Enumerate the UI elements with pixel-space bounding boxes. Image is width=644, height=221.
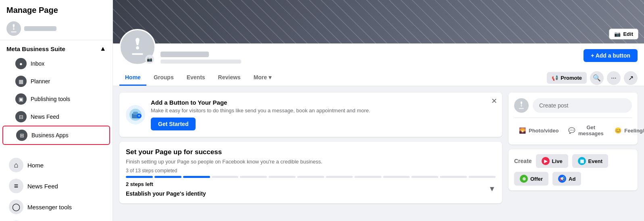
- progress-seg-6: [269, 176, 296, 178]
- meta-business-suite-section: Meta Business Suite ▲ ● Inbox ▦ Planner …: [0, 40, 113, 147]
- steps-progress: 3 of 13 steps completed: [126, 168, 496, 173]
- planner-icon: ▦: [15, 76, 27, 87]
- live-label: Live: [552, 158, 563, 164]
- svg-text:+: +: [138, 114, 140, 118]
- share-button[interactable]: ↗: [624, 71, 638, 85]
- messenger-icon: ◯: [9, 200, 23, 214]
- tab-home[interactable]: Home: [119, 70, 146, 86]
- success-card-footer: 2 steps left Establish your Page's ident…: [126, 181, 496, 197]
- messages-icon: 💬: [568, 126, 575, 134]
- cover-edit-button[interactable]: 📷 Edit: [609, 29, 638, 39]
- tab-reviews[interactable]: Reviews: [213, 70, 246, 86]
- tab-groups[interactable]: Groups: [148, 70, 179, 86]
- progress-seg-1: [126, 176, 153, 178]
- sidebar-header: Manage Page: [0, 0, 113, 18]
- create-post-input[interactable]: Create post: [533, 98, 632, 113]
- photo-video-button[interactable]: 🌄 Photo/video: [514, 122, 563, 139]
- inbox-icon: ●: [15, 58, 27, 69]
- sidebar-item-notifications[interactable]: 🔔 Notifications: [2, 217, 110, 221]
- sidebar-title: Manage Page: [6, 6, 106, 15]
- cover-pattern: [113, 0, 644, 43]
- main-content: 📷 Edit 📷 + Add a button Home Groups Even…: [113, 0, 644, 221]
- ad-icon: 📢: [558, 175, 566, 183]
- add-button-cta[interactable]: + Add a button: [584, 49, 638, 62]
- success-card-desc: Finish setting up your Page so people on…: [126, 159, 496, 165]
- ad-label: Ad: [569, 176, 575, 182]
- event-label: Event: [588, 158, 602, 164]
- create-label: Create: [514, 158, 532, 164]
- page-avatar: [6, 21, 21, 36]
- tab-events[interactable]: Events: [181, 70, 211, 86]
- profile-camera-icon[interactable]: 📷: [145, 55, 154, 64]
- progress-seg-4: [212, 176, 239, 178]
- profile-name: [160, 52, 209, 57]
- expand-button[interactable]: ▼: [488, 185, 496, 193]
- progress-seg-5: [240, 176, 267, 178]
- more-options-button[interactable]: ···: [607, 71, 621, 85]
- cover-photo: 📷 Edit: [113, 0, 644, 43]
- dots-icon: ···: [611, 74, 616, 82]
- event-button[interactable]: ▦ Event: [572, 154, 608, 168]
- publishing-tools-icon: ▣: [15, 93, 27, 105]
- success-card: Set your Page up for success Finish sett…: [119, 142, 502, 203]
- home-label: Home: [27, 162, 44, 169]
- create-row: Create ▶ Live ▦ Event ⊕ Offer 📢: [514, 154, 632, 186]
- establish-title: Establish your Page's identity: [126, 190, 488, 197]
- content-left: + Add a Button to Your Page Make it easy…: [119, 93, 502, 215]
- progress-seg-10: [383, 176, 410, 178]
- profile-sub: [160, 60, 241, 64]
- progress-seg-2: [154, 176, 181, 178]
- page-content: + Add a Button to Your Page Make it easy…: [113, 86, 644, 221]
- promote-button[interactable]: 📢 Promote: [547, 72, 587, 84]
- sidebar-item-planner[interactable]: ▦ Planner: [2, 72, 110, 90]
- sidebar-item-home[interactable]: ⌂ Home: [2, 155, 110, 176]
- page-name-blur: [24, 26, 56, 31]
- sidebar-item-news-feed-main[interactable]: ≡ News Feed: [2, 176, 110, 196]
- news-feed-main-label: News Feed: [27, 183, 58, 190]
- search-button[interactable]: 🔍: [590, 71, 604, 85]
- news-feed-icon: ⊟: [15, 111, 27, 122]
- progress-seg-9: [354, 176, 381, 178]
- camera-icon: 📷: [614, 31, 621, 37]
- feeling-button[interactable]: 😊 Feeling/activity: [610, 122, 644, 139]
- progress-seg-11: [411, 176, 438, 178]
- profile-section: 📷 + Add a button: [113, 43, 644, 70]
- chevron-up-icon: ▲: [100, 45, 106, 52]
- sidebar-item-publishing-tools[interactable]: ▣ Publishing tools: [2, 90, 110, 108]
- create-post-avatar: [514, 98, 529, 113]
- business-apps-label: Business Apps: [31, 132, 69, 138]
- live-icon: ▶: [542, 157, 550, 165]
- progress-seg-3: [183, 176, 210, 178]
- tab-more[interactable]: More ▾: [248, 70, 277, 86]
- offer-label: Offer: [530, 176, 543, 182]
- inbox-label: Inbox: [31, 60, 44, 67]
- progress-seg-12: [440, 176, 467, 178]
- progress-seg-8: [326, 176, 353, 178]
- business-apps-icon: ⊞: [16, 130, 27, 141]
- sidebar-item-messenger-tools[interactable]: ◯ Messenger tools: [2, 196, 110, 217]
- home-icon: ⌂: [9, 158, 23, 172]
- sidebar-item-news-feed[interactable]: ⊟ News Feed: [2, 108, 110, 126]
- meta-suite-header[interactable]: Meta Business Suite ▲: [0, 43, 113, 55]
- add-btn-card-desc: Make it easy for visitors to do things l…: [151, 107, 370, 114]
- svg-rect-2: [133, 112, 138, 115]
- sidebar-item-business-apps[interactable]: ⊞ Business Apps: [2, 126, 110, 145]
- get-started-button[interactable]: Get Started: [151, 118, 196, 130]
- offer-button[interactable]: ⊕ Offer: [514, 172, 548, 186]
- ad-button[interactable]: 📢 Ad: [552, 172, 581, 186]
- close-card-button[interactable]: ✕: [491, 97, 497, 105]
- tab-action-buttons: 📢 Promote 🔍 ··· ↗: [547, 71, 638, 85]
- get-messages-button[interactable]: 💬 Get messages: [564, 122, 608, 139]
- add-btn-card-icon: +: [126, 105, 145, 124]
- offer-icon: ⊕: [520, 175, 528, 183]
- photo-video-icon: 🌄: [518, 126, 526, 134]
- success-card-title: Set your Page up for success: [126, 148, 496, 156]
- sidebar-item-inbox[interactable]: ● Inbox: [2, 55, 110, 72]
- profile-avatar-wrap: 📷: [119, 29, 156, 65]
- create-post-header: Create post: [514, 98, 632, 113]
- page-tabs: Home Groups Events Reviews More ▾ 📢 Prom…: [113, 70, 644, 86]
- add-button-card: + Add a Button to Your Page Make it easy…: [119, 93, 502, 137]
- live-button[interactable]: ▶ Live: [536, 154, 568, 168]
- publishing-tools-label: Publishing tools: [31, 96, 70, 102]
- steps-left: 2 steps left: [126, 181, 488, 187]
